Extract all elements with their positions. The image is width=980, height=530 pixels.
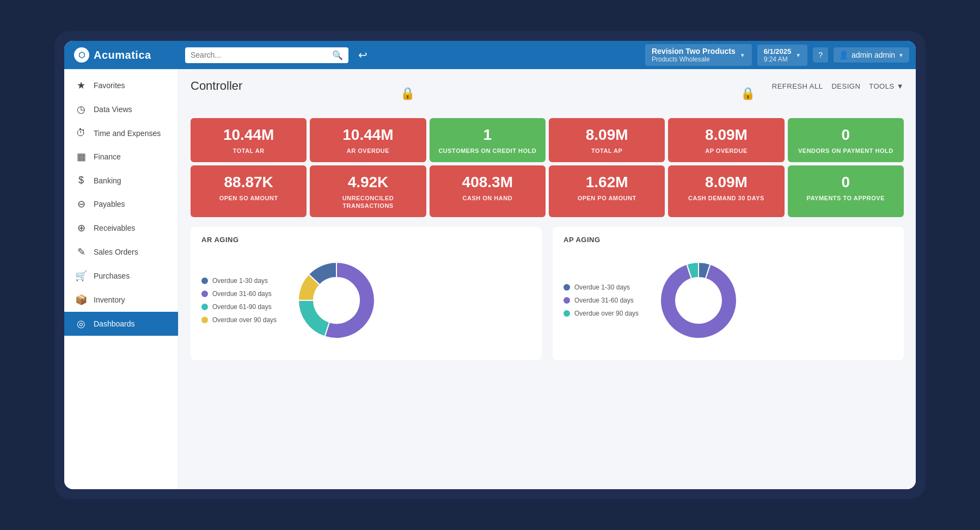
data-views-icon: ◷ xyxy=(75,103,87,115)
time-display: 9:24 AM xyxy=(764,56,792,63)
content-area: Controller REFRESH ALL DESIGN TOOLS ▼ 🔒 xyxy=(179,69,916,489)
metric-ar-overdue[interactable]: 10.44M AR OVERDUE xyxy=(310,118,426,162)
metrics-row-1: 10.44M TOTAL AR 10.44M AR OVERDUE 1 CUST… xyxy=(191,118,904,162)
user-name: admin admin xyxy=(852,51,895,59)
logo-area: ⬡ Acumatica xyxy=(71,47,180,63)
ap-legend-dot xyxy=(564,310,570,317)
metric-cash-on-hand[interactable]: 408.3M CASH ON HAND xyxy=(430,165,546,217)
sidebar-item-inventory[interactable]: 📦 Inventory xyxy=(64,288,178,312)
logo-icon: ⬡ xyxy=(74,47,89,63)
tools-button[interactable]: TOOLS ▼ xyxy=(869,82,904,90)
receivables-label: Receivables xyxy=(94,224,135,232)
sales-orders-icon: ✎ xyxy=(75,246,87,258)
sales-orders-label: Sales Orders xyxy=(94,248,138,256)
time-expenses-icon: ⏱ xyxy=(75,127,87,139)
sidebar-item-sales-orders[interactable]: ✎ Sales Orders xyxy=(64,240,178,264)
page-title: Controller xyxy=(191,79,242,93)
purchases-label: Purchases xyxy=(94,272,130,280)
metric-value-total-ap: 8.09M xyxy=(555,127,658,144)
ar-legend-dot xyxy=(201,317,208,323)
app-window: ⬡ Acumatica 🔍 ↩ Revision Two Products Pr… xyxy=(64,41,916,489)
finance-label: Finance xyxy=(94,152,121,161)
ar-legend-dot xyxy=(201,278,208,284)
design-button[interactable]: DESIGN xyxy=(831,82,860,90)
metric-label-unreconciled-transactions: UNRECONCILED TRANSACTIONS xyxy=(316,194,419,210)
company-name: Revision Two Products xyxy=(652,47,736,56)
metric-unreconciled-transactions[interactable]: 4.92K UNRECONCILED TRANSACTIONS xyxy=(310,165,426,217)
search-icon[interactable]: 🔍 xyxy=(332,50,343,60)
ar-aging-legend: Overdue 1-30 daysOverdue 31-60 daysOverd… xyxy=(201,277,277,324)
main-area: ★ Favorites ◷ Data Views ⏱ Time and Expe… xyxy=(64,69,916,489)
sidebar-item-payables[interactable]: ⊖ Payables xyxy=(64,192,178,216)
company-selector[interactable]: Revision Two Products Products Wholesale… xyxy=(645,44,752,66)
metric-open-so-amount[interactable]: 88.87K OPEN SO AMOUNT xyxy=(191,165,307,217)
ap-legend-item: Overdue 1-30 days xyxy=(564,284,639,291)
metric-open-po-amount[interactable]: 1.62M OPEN PO AMOUNT xyxy=(549,165,665,217)
sidebar-item-finance[interactable]: ▦ Finance xyxy=(64,145,178,169)
lock-ar-icon: 🔒 xyxy=(400,87,415,101)
banking-icon: $ xyxy=(75,175,87,186)
ar-aging-content: Overdue 1-30 daysOverdue 31-60 daysOverd… xyxy=(201,251,531,349)
search-container: 🔍 xyxy=(185,47,348,63)
metric-vendors-payment-hold[interactable]: 0 VENDORS ON PAYMENT HOLD xyxy=(788,118,904,162)
dashboards-icon: ◎ xyxy=(75,318,87,330)
metrics-row-2: 88.87K OPEN SO AMOUNT 4.92K UNRECONCILED… xyxy=(191,165,904,217)
user-menu[interactable]: 👤 admin admin ▼ xyxy=(834,47,909,63)
ap-aging-legend: Overdue 1-30 daysOverdue 31-60 daysOverd… xyxy=(564,284,639,317)
metric-value-vendors-payment-hold: 0 xyxy=(794,127,897,144)
history-icon[interactable]: ↩ xyxy=(354,46,372,64)
payables-label: Payables xyxy=(94,200,125,208)
sidebar-item-favorites[interactable]: ★ Favorites xyxy=(64,73,178,97)
sidebar-item-dashboards[interactable]: ◎ Dashboards xyxy=(64,312,178,336)
metric-value-total-ar: 10.44M xyxy=(197,127,300,144)
user-icon: 👤 xyxy=(839,51,848,59)
metric-label-payments-to-approve: PAYMENTS TO APPROVE xyxy=(794,194,897,202)
search-input[interactable] xyxy=(191,51,328,59)
sidebar-item-purchases[interactable]: 🛒 Purchases xyxy=(64,264,178,288)
metric-ap-overdue[interactable]: 8.09M AP OVERDUE xyxy=(668,118,784,162)
svg-point-1 xyxy=(677,279,720,322)
ar-legend-label: Overdue 1-30 days xyxy=(212,277,268,285)
ap-aging-panel: AP AGING Overdue 1-30 daysOverdue 31-60 … xyxy=(553,227,904,360)
sidebar-item-banking[interactable]: $ Banking xyxy=(64,169,178,192)
favorites-icon: ★ xyxy=(75,79,87,91)
metric-total-ar[interactable]: 10.44M TOTAL AR xyxy=(191,118,307,162)
inventory-icon: 📦 xyxy=(75,294,87,306)
metric-value-cash-on-hand: 408.3M xyxy=(436,174,539,191)
ar-aging-chart xyxy=(287,251,385,349)
help-button[interactable]: ? xyxy=(813,47,828,63)
metric-cash-demand-30[interactable]: 8.09M CASH DEMAND 30 DAYS xyxy=(668,165,784,217)
ap-aging-title: AP AGING xyxy=(564,236,893,244)
metric-value-unreconciled-transactions: 4.92K xyxy=(316,174,419,191)
metric-label-cash-on-hand: CASH ON HAND xyxy=(436,194,539,202)
metric-label-ap-overdue: AP OVERDUE xyxy=(675,147,777,155)
ar-aging-title: AR AGING xyxy=(201,236,531,244)
metric-label-total-ar: TOTAL AR xyxy=(197,147,300,155)
metric-label-open-so-amount: OPEN SO AMOUNT xyxy=(197,194,300,202)
date-selector[interactable]: 6/1/2025 9:24 AM ▼ xyxy=(757,45,808,66)
metric-customers-credit-hold[interactable]: 1 CUSTOMERS ON CREDIT HOLD xyxy=(430,118,546,162)
ap-legend-item: Overdue over 90 days xyxy=(564,310,639,317)
ar-legend-item: Overdue 1-30 days xyxy=(201,277,277,285)
ap-aging-content: Overdue 1-30 daysOverdue 31-60 daysOverd… xyxy=(564,251,893,349)
metric-value-ap-overdue: 8.09M xyxy=(675,127,777,144)
sidebar-item-receivables[interactable]: ⊕ Receivables xyxy=(64,216,178,240)
metric-value-customers-credit-hold: 1 xyxy=(436,127,539,144)
payables-icon: ⊖ xyxy=(75,198,87,210)
inventory-label: Inventory xyxy=(94,295,125,304)
ar-legend-label: Overdue over 90 days xyxy=(212,316,277,324)
refresh-all-button[interactable]: REFRESH ALL xyxy=(772,82,823,90)
metric-label-ar-overdue: AR OVERDUE xyxy=(316,147,419,155)
topbar: ⬡ Acumatica 🔍 ↩ Revision Two Products Pr… xyxy=(64,41,916,69)
metric-payments-to-approve[interactable]: 0 PAYMENTS TO APPROVE xyxy=(788,165,904,217)
dashboards-label: Dashboards xyxy=(94,319,135,328)
lock-ap-icon: 🔒 xyxy=(740,87,755,101)
ar-aging-panel: AR AGING Overdue 1-30 daysOverdue 31-60 … xyxy=(191,227,542,360)
time-expenses-label: Time and Expenses xyxy=(94,129,161,138)
metric-total-ap[interactable]: 8.09M TOTAL AP xyxy=(549,118,665,162)
company-chevron-icon: ▼ xyxy=(740,52,745,58)
tools-chevron-icon: ▼ xyxy=(897,82,904,90)
metrics-section: 🔒 🔒 10.44M TOTAL AR 10.44M AR OVERDUE 1 … xyxy=(191,102,904,217)
sidebar-item-time-expenses[interactable]: ⏱ Time and Expenses xyxy=(64,121,178,145)
sidebar-item-data-views[interactable]: ◷ Data Views xyxy=(64,97,178,121)
